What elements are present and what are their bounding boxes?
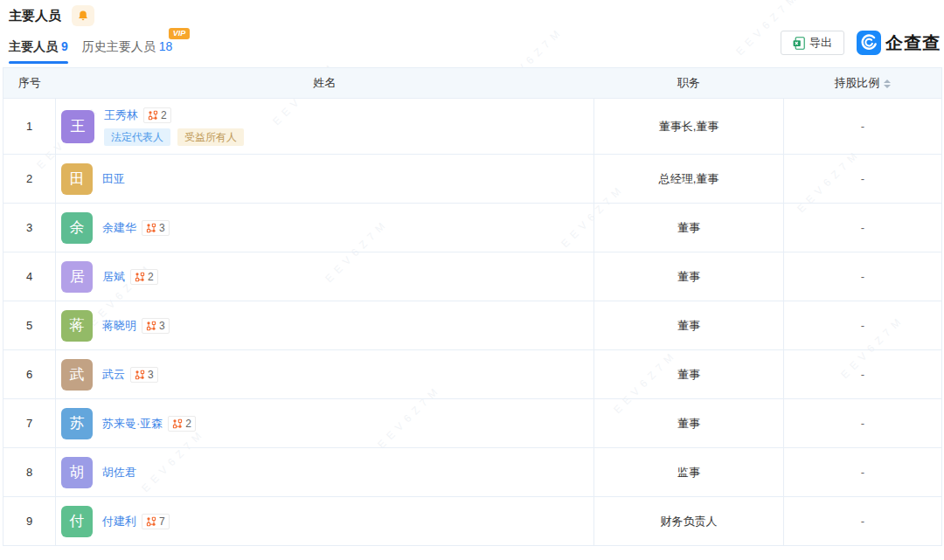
org-relation-icon	[148, 110, 158, 121]
avatar: 付	[61, 506, 93, 537]
col-header-name: 姓名	[56, 68, 594, 99]
relation-count: 3	[159, 222, 165, 234]
tab-label: 主要人员	[9, 39, 58, 53]
table-header-row: 序号 姓名 职务 持股比例	[3, 68, 942, 99]
relation-count-badge[interactable]: 2	[130, 269, 158, 285]
table-row: 8 胡 胡佐君 监事 -	[3, 448, 942, 497]
tab-history-personnel[interactable]: 历史主要人员18 VIP	[82, 39, 173, 64]
relation-count-badge[interactable]: 2	[168, 416, 196, 432]
row-index: 2	[3, 155, 56, 204]
row-index: 1	[3, 99, 56, 155]
row-position: 董事长,董事	[594, 99, 784, 155]
relation-count: 2	[185, 418, 191, 430]
tab-key-personnel[interactable]: 主要人员9	[9, 39, 68, 64]
bell-icon	[77, 10, 89, 22]
row-ratio: -	[784, 350, 942, 399]
row-position: 董事	[594, 204, 784, 252]
row-ratio: -	[784, 155, 942, 204]
relation-count-badge[interactable]: 2	[143, 107, 171, 123]
personnel-table: 序号 姓名 职务 持股比例 1 王	[3, 67, 942, 546]
qcc-logo-icon	[857, 31, 881, 55]
person-name-link[interactable]: 余建华	[102, 220, 136, 236]
row-index: 9	[3, 497, 56, 546]
col-header-index: 序号	[3, 68, 56, 99]
avatar: 居	[61, 261, 93, 293]
row-ratio: -	[784, 301, 942, 350]
page-title: 主要人员	[9, 8, 61, 24]
subscribe-bell-button[interactable]	[72, 5, 94, 26]
avatar: 田	[61, 163, 93, 195]
table-row: 3 余 余建华 3 董事 -	[3, 204, 942, 252]
row-index: 6	[3, 350, 56, 399]
org-relation-icon	[146, 321, 156, 331]
row-index: 4	[3, 252, 56, 301]
person-name-link[interactable]: 蒋晓明	[102, 318, 136, 334]
person-name-link[interactable]: 武云	[102, 367, 125, 383]
relation-count-badge[interactable]: 3	[142, 220, 170, 236]
row-ratio: -	[784, 99, 942, 155]
table-row: 5 蒋 蒋晓明 3 董事 -	[3, 301, 942, 350]
row-position: 监事	[594, 448, 784, 497]
avatar: 胡	[61, 457, 93, 488]
table-row: 4 居 居斌 2 董事 -	[3, 252, 942, 301]
row-ratio: -	[784, 252, 942, 301]
row-ratio: -	[784, 448, 942, 497]
table-row: 2 田 田亚 总经理,董事 -	[3, 155, 942, 204]
row-ratio: -	[784, 497, 942, 546]
relation-count-badge[interactable]: 3	[130, 367, 158, 383]
row-index: 8	[3, 448, 56, 497]
brand-logo[interactable]: 企查查	[857, 31, 941, 55]
relation-count: 2	[148, 271, 154, 283]
tab-label: 历史主要人员	[82, 39, 156, 53]
table-row: 6 武 武云 3 董事 -	[3, 350, 942, 399]
row-position: 董事	[594, 301, 784, 350]
section-header: 主要人员	[9, 5, 94, 26]
row-position: 董事	[594, 350, 784, 399]
tab-count: 18	[159, 39, 173, 53]
sort-toggle-icon[interactable]	[884, 80, 891, 88]
person-name-link[interactable]: 付建利	[102, 514, 136, 529]
person-name-link[interactable]: 胡佐君	[102, 465, 136, 480]
row-index: 3	[3, 204, 56, 252]
org-relation-icon	[146, 223, 156, 233]
org-relation-icon	[172, 418, 183, 429]
row-position: 财务负责人	[594, 497, 784, 546]
excel-file-icon	[793, 37, 805, 50]
export-button[interactable]: 导出	[781, 31, 844, 55]
person-name-link[interactable]: 王秀林	[104, 107, 138, 123]
tag-legal-representative: 法定代表人	[104, 128, 170, 146]
row-ratio: -	[784, 204, 942, 252]
tab-count: 9	[61, 39, 68, 53]
relation-count: 3	[148, 369, 154, 381]
avatar: 余	[61, 212, 93, 244]
col-header-ratio: 持股比例	[784, 68, 942, 99]
org-relation-icon	[135, 370, 145, 380]
person-name-link[interactable]: 居斌	[102, 269, 125, 285]
row-position: 董事	[594, 252, 784, 301]
table-row: 9 付 付建利 7 财务负责人 -	[3, 497, 942, 546]
relation-count-badge[interactable]: 7	[142, 514, 170, 529]
org-relation-icon	[146, 516, 156, 527]
row-ratio: -	[784, 399, 942, 448]
person-name-link[interactable]: 苏来曼·亚森	[102, 416, 163, 432]
table-row: 7 苏 苏来曼·亚森 2 董事 -	[3, 399, 942, 448]
row-index: 7	[3, 399, 56, 448]
export-button-label: 导出	[809, 35, 832, 51]
key-personnel-panel: EEV6Z7M EEV6Z7M EEV6Z7M EEV6Z7M EEV6Z7M …	[0, 0, 944, 560]
vip-badge: VIP	[169, 28, 191, 39]
row-position: 董事	[594, 399, 784, 448]
avatar: 蒋	[61, 310, 93, 342]
relation-count: 3	[159, 320, 165, 332]
relation-count-badge[interactable]: 3	[142, 318, 170, 334]
person-name-link[interactable]: 田亚	[102, 171, 125, 187]
org-relation-icon	[135, 272, 145, 282]
tag-beneficial-owner: 受益所有人	[177, 128, 244, 146]
relation-count: 2	[161, 109, 167, 121]
avatar: 苏	[61, 408, 93, 439]
col-header-ratio-label: 持股比例	[834, 76, 879, 89]
avatar: 武	[61, 359, 93, 391]
avatar: 王	[61, 110, 94, 143]
toolbar-actions: 导出 企查查	[781, 31, 941, 55]
tab-bar: 主要人员9 历史主要人员18 VIP	[9, 39, 172, 64]
row-position: 总经理,董事	[594, 155, 784, 204]
